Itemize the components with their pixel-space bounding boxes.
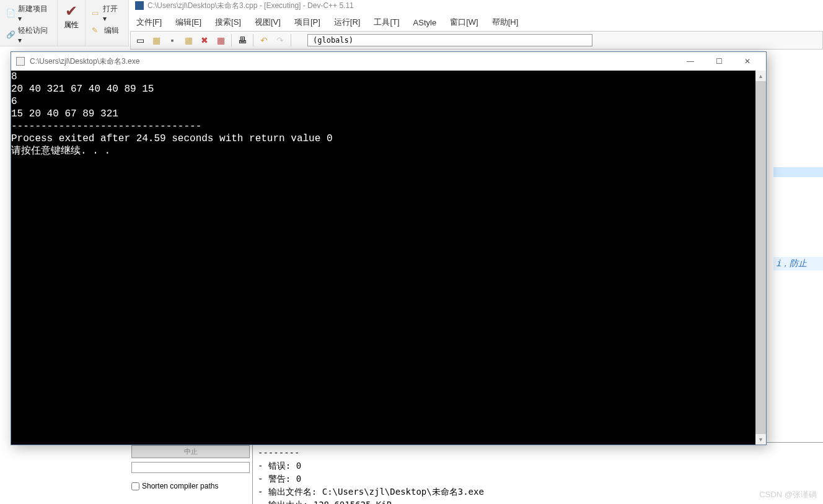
toolbar-separator [253, 34, 253, 46]
compiler-controls: 中止 Shorten compiler paths [129, 443, 253, 504]
compiler-panel: 中止 Shorten compiler paths -------- - 错误:… [129, 442, 823, 504]
menu-run[interactable]: 运行[R] [328, 15, 367, 29]
window-controls: — ☐ ✕ [677, 53, 761, 70]
edit-label: 编辑 [104, 25, 119, 36]
menu-project[interactable]: 项目[P] [288, 15, 327, 29]
ide-title-text: C:\Users\zjl\Desktop\未命名3.cpp - [Executi… [147, 1, 354, 11]
compile-progress [131, 462, 250, 473]
link-icon: 🔗 [6, 30, 15, 40]
check-icon[interactable]: ✔ [61, 2, 81, 20]
devcpp-icon [135, 1, 144, 10]
stop-button[interactable]: 中止 [131, 445, 250, 458]
minimize-button[interactable]: — [677, 53, 704, 70]
toolbar-separator [231, 34, 232, 46]
edit-icon: ✎ [92, 26, 102, 36]
menu-astyle[interactable]: AStyle [407, 17, 443, 28]
scroll-thumb[interactable] [755, 81, 766, 434]
properties-label: 属性 [61, 20, 81, 30]
open-label: 打开 ▾ [103, 4, 122, 23]
ide-toolbar: ▭ ▦ ▪ ▦ ✖ ▦ 🖶 ↶ ↷ (globals) [130, 31, 823, 50]
shorten-checkbox-input[interactable] [131, 482, 139, 490]
console-body[interactable]: 8 20 40 321 67 40 40 89 15 6 15 20 40 67… [11, 71, 766, 445]
watermark: CSDN @张谨碢 [759, 489, 817, 500]
menu-search[interactable]: 搜索[S] [209, 15, 247, 29]
scroll-down-icon[interactable]: ▾ [755, 434, 766, 445]
console-titlebar[interactable]: C:\Users\zjl\Desktop\未命名3.exe — ☐ ✕ [11, 52, 766, 71]
ide-title-bar: C:\Users\zjl\Desktop\未命名3.cpp - [Executi… [129, 0, 823, 11]
quick-access-button[interactable]: 🔗 轻松访问 ▾ [4, 24, 53, 46]
ribbon-section-open: ▭ 打开 ▾ ✎ 编辑 [86, 0, 129, 46]
edit-button[interactable]: ✎ 编辑 [89, 24, 125, 37]
toolbar-separator [291, 34, 291, 46]
menu-help[interactable]: 帮助[H] [486, 15, 525, 29]
quick-access-label: 轻松访问 ▾ [18, 25, 51, 45]
shorten-label: Shorten compiler paths [142, 482, 218, 490]
save-all-icon[interactable]: ▦ [182, 33, 195, 47]
console-title: C:\Users\zjl\Desktop\未命名3.exe [30, 56, 139, 67]
save-icon[interactable]: ▪ [165, 33, 179, 47]
console-icon [16, 57, 25, 66]
code-comment-fragment: i，防止 [773, 257, 823, 271]
menu-window[interactable]: 窗口[W] [444, 15, 485, 29]
open-button[interactable]: ▭ 打开 ▾ [89, 2, 125, 24]
scroll-up-icon[interactable]: ▴ [755, 71, 766, 81]
close-button[interactable]: ✕ [734, 53, 761, 70]
compiler-output: -------- - 错误: 0 - 警告: 0 - 输出文件名: C:\Use… [253, 443, 823, 504]
console-scrollbar[interactable]: ▴ ▾ [755, 71, 766, 445]
close-all-icon[interactable]: ▦ [214, 33, 227, 47]
menu-edit[interactable]: 编辑[E] [169, 15, 208, 29]
scope-combo-value: (globals) [313, 36, 353, 45]
code-highlight-line [773, 167, 823, 177]
undo-icon[interactable]: ↶ [257, 33, 271, 47]
ide-menu-bar: 文件[F] 编辑[E] 搜索[S] 视图[V] 项目[P] 运行[R] 工具[T… [130, 15, 823, 30]
print-icon[interactable]: 🖶 [235, 33, 249, 47]
scope-combo[interactable]: (globals) [307, 34, 592, 46]
ribbon-section-new: 📄 新建项目 ▾ 🔗 轻松访问 ▾ [0, 0, 58, 46]
maximize-button[interactable]: ☐ [705, 53, 733, 70]
console-window: C:\Users\zjl\Desktop\未命名3.exe — ☐ ✕ 8 20… [11, 51, 767, 445]
folder-open-icon: ▭ [92, 9, 101, 19]
explorer-ribbon: 📄 新建项目 ▾ 🔗 轻松访问 ▾ ✔ 属性 ▭ 打开 ▾ ✎ 编辑 [0, 0, 129, 46]
new-file-icon[interactable]: ▭ [133, 33, 147, 47]
menu-view[interactable]: 视图[V] [249, 15, 287, 29]
new-project-button[interactable]: 📄 新建项目 ▾ [4, 2, 53, 24]
open-file-icon[interactable]: ▦ [149, 33, 163, 47]
redo-icon[interactable]: ↷ [273, 33, 287, 47]
menu-tools[interactable]: 工具[T] [367, 15, 405, 29]
shorten-paths-checkbox[interactable]: Shorten compiler paths [131, 482, 250, 490]
close-icon[interactable]: ✖ [198, 33, 211, 47]
console-output: 8 20 40 321 67 40 40 89 15 6 15 20 40 67… [11, 71, 766, 157]
ribbon-section-props: ✔ 属性 [58, 0, 86, 46]
document-icon: 📄 [6, 9, 15, 19]
new-project-label: 新建项目 ▾ [18, 4, 51, 23]
menu-file[interactable]: 文件[F] [130, 15, 168, 29]
